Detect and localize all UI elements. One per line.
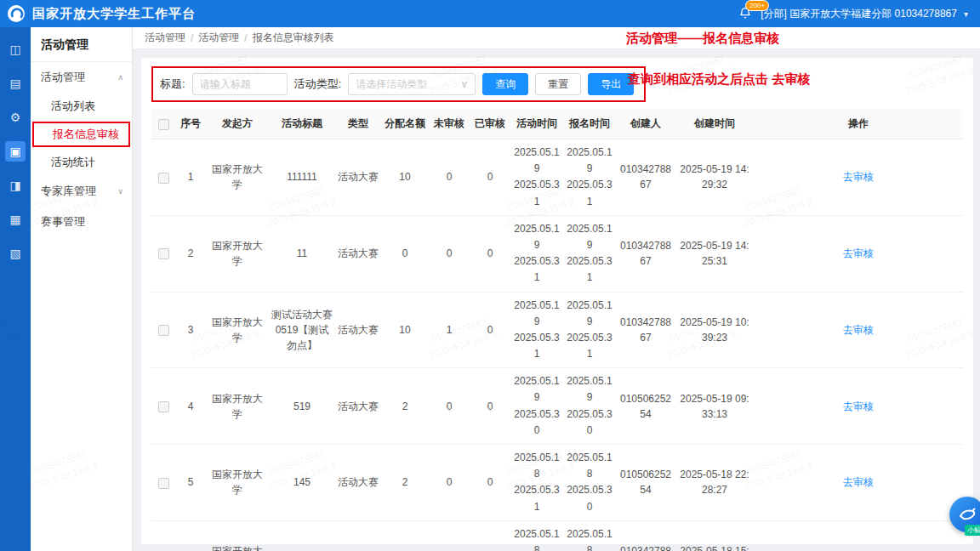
column-header: 活动标题 — [269, 109, 335, 139]
column-header: 操作 — [754, 109, 963, 139]
user-caret-icon[interactable]: ▾ — [964, 9, 968, 19]
cell-activity-time: 2025.05.182025.05.31 — [510, 445, 563, 521]
column-header: 未审核 — [429, 109, 470, 139]
title-filter-input[interactable] — [192, 73, 288, 95]
cell-pending: 1 — [429, 292, 470, 368]
title-filter-label: 标题: — [160, 77, 185, 92]
cell-no: 6 — [175, 520, 206, 551]
select-all-checkbox[interactable] — [158, 119, 169, 130]
cell-creator: 01034278867 — [616, 139, 675, 216]
cell-creator: 01034278867 — [616, 215, 675, 292]
gear-icon[interactable]: ⚙ — [5, 107, 26, 128]
review-link[interactable]: 去审核 — [843, 171, 874, 183]
cell-sponsor: 国家开放大学 — [206, 215, 269, 292]
activity-icon[interactable]: ▣ — [5, 141, 26, 162]
cell-created: 2025-05-19 09:33:13 — [675, 368, 754, 445]
cell-activity-time: 2025.05.182025.05.31 — [510, 520, 563, 551]
table-row: 5国家开放大学145活动大赛2002025.05.182025.05.31202… — [151, 445, 963, 521]
column-header: 发起方 — [206, 109, 269, 139]
column-header: 序号 — [175, 109, 206, 139]
cell-type: 活动大赛 — [335, 520, 381, 551]
table-row: 4国家开放大学519活动大赛2002025.05.192025.05.30202… — [151, 368, 963, 445]
chevron-up-icon: ∧ — [117, 73, 123, 82]
column-header: 创建人 — [616, 109, 675, 139]
cell-quota: 10 — [381, 520, 429, 551]
sidebar-group-expert-label: 专家库管理 — [41, 184, 96, 199]
breadcrumb-item[interactable]: 活动管理 — [198, 31, 239, 45]
annotation-box-sidebar: 报名信息审核 — [32, 122, 130, 147]
cell-signup-time: 2025.05.192025.05.30 — [563, 368, 616, 445]
cell-no: 4 — [175, 368, 206, 445]
sidebar-group-activity[interactable]: 活动管理 ∧ — [31, 62, 132, 93]
column-header: 类型 — [335, 109, 381, 139]
type-filter-label: 活动类型: — [294, 77, 342, 92]
column-header: 报名时间 — [563, 109, 616, 139]
chevron-down-icon: ∨ — [117, 187, 123, 196]
column-header: 创建时间 — [675, 109, 754, 139]
cell-quota: 10 — [381, 139, 429, 216]
cell-activity-time: 2025.05.192025.05.31 — [510, 292, 563, 368]
column-header: 已审核 — [470, 109, 510, 139]
column-header: 分配名额 — [381, 109, 429, 139]
row-checkbox[interactable] — [158, 248, 169, 259]
cell-created: 2025-05-19 14:29:32 — [675, 139, 754, 216]
cell-type: 活动大赛 — [335, 292, 381, 368]
cell-title: 519 — [269, 368, 335, 445]
assistant-button[interactable]: 小鲸 — [949, 497, 980, 532]
sidebar: 活动管理 活动管理 ∧ 活动列表 报名信息审核 活动统计 专家库管理 ∨ 赛事管… — [31, 27, 133, 551]
review-link[interactable]: 去审核 — [843, 476, 874, 488]
library-icon[interactable]: ◨ — [5, 175, 26, 196]
audit-table: 序号发起方活动标题类型分配名额未审核已审核活动时间报名时间创建人创建时间操作 1… — [151, 109, 963, 551]
cell-signup-time: 2025.05.182025.05.30 — [563, 445, 616, 521]
sidebar-item-signup-audit[interactable]: 报名信息审核 — [53, 127, 125, 142]
cell-title: 111111 — [269, 139, 335, 216]
cell-approved: 0 — [470, 292, 510, 368]
cell-no: 2 — [175, 215, 206, 292]
review-link[interactable]: 去审核 — [843, 400, 874, 412]
cell-sponsor: 国家开放大学 — [206, 520, 269, 551]
cell-created: 2025-05-19 14:25:31 — [675, 215, 754, 292]
reset-button[interactable]: 重置 — [535, 73, 581, 95]
sidebar-item-activity-stats[interactable]: 活动统计 — [31, 149, 132, 176]
cell-pending: 0 — [429, 520, 470, 551]
cell-approved: 1 — [470, 520, 510, 551]
breadcrumb-item[interactable]: 活动管理 — [145, 31, 185, 45]
row-checkbox[interactable] — [158, 173, 169, 184]
dashboard-icon[interactable]: ◫ — [5, 39, 26, 60]
cell-created: 2025-05-18 15:10:28 — [675, 520, 754, 551]
row-checkbox[interactable] — [158, 325, 169, 336]
monitor-icon[interactable]: ▤ — [5, 73, 26, 94]
row-checkbox[interactable] — [158, 478, 169, 489]
breadcrumb-separator: / — [191, 32, 193, 44]
column-header: 活动时间 — [510, 109, 563, 139]
cell-no: 1 — [175, 139, 206, 216]
notification-badge: 200+ — [745, 0, 769, 11]
cell-activity-time: 2025.05.192025.05.31 — [510, 215, 563, 292]
cell-created: 2025-05-19 10:39:23 — [675, 292, 754, 368]
table-row: 1国家开放大学111111活动大赛10002025.05.192025.05.3… — [151, 139, 963, 216]
cell-creator: 01034278867 — [616, 292, 675, 368]
cell-title: 55555 — [269, 520, 335, 551]
calendar-icon[interactable]: ▧ — [5, 243, 26, 264]
cell-pending: 0 — [429, 139, 470, 216]
top-bar: 国家开放大学学生工作平台 200+ [分部] 国家开放大学福建分部 010342… — [0, 0, 980, 27]
row-checkbox[interactable] — [158, 401, 169, 412]
review-link[interactable]: 去审核 — [843, 247, 874, 259]
select-caret-icon: ∨ — [460, 78, 468, 90]
table-row: 3国家开放大学测试活动大赛0519【测试勿点】活动大赛10102025.05.1… — [151, 292, 963, 368]
user-account[interactable]: [分部] 国家开放大学福建分部 01034278867 — [761, 7, 957, 21]
sidebar-item-activity-list[interactable]: 活动列表 — [31, 93, 132, 120]
notification-bell-icon[interactable]: 200+ — [738, 6, 754, 21]
app-window: 国家开放大学学生工作平台 200+ [分部] 国家开放大学福建分部 010342… — [0, 0, 980, 551]
sidebar-item-contest[interactable]: 赛事管理 — [31, 207, 132, 237]
assistant-label: 小鲸 — [965, 525, 980, 536]
activity-type-select[interactable]: 请选择活动类型 ∨ — [348, 73, 476, 95]
cell-sponsor: 国家开放大学 — [206, 139, 269, 216]
review-link[interactable]: 去审核 — [843, 324, 874, 336]
sidebar-group-expert[interactable]: 专家库管理 ∨ — [31, 176, 132, 207]
table-row: 2国家开放大学11活动大赛0002025.05.192025.05.312025… — [151, 215, 963, 292]
main-area: 活动管理 / 活动管理 / 报名信息审核列表 活动管理——报名信息审核 标题: … — [133, 27, 980, 551]
org-icon[interactable]: ▦ — [5, 209, 26, 230]
cell-quota: 2 — [381, 445, 429, 521]
search-button[interactable]: 查询 — [482, 73, 528, 95]
